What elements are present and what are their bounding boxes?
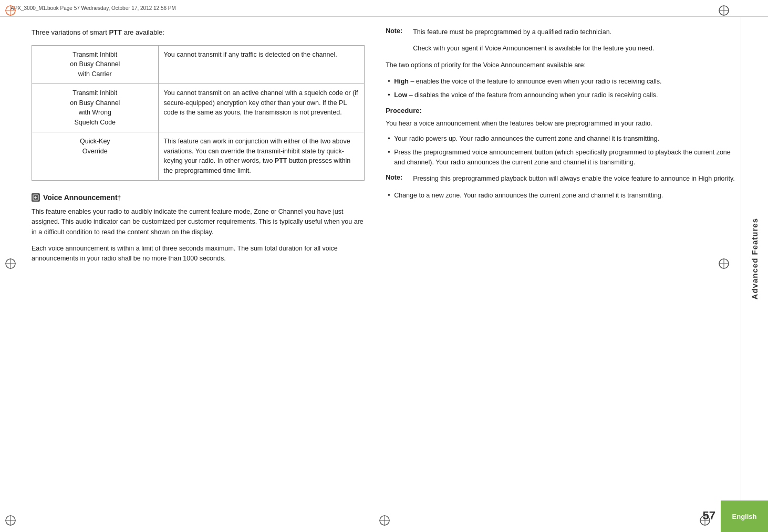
row-header-3: Quick-KeyOverride [32,132,159,180]
table-row-2: Transmit Inhibiton Busy Channelwith Wron… [32,84,365,132]
note1-second-para: Check with your agent if Voice Announcem… [413,44,736,54]
note-block-1: Note: This feature must be preprogrammed… [386,27,736,37]
procedure-intro: You hear a voice announcement when the f… [386,119,736,129]
body-para-2: Each voice announcement is within a limi… [32,244,365,264]
procedure-bullet-2: Press the preprogrammed voice announceme… [386,148,736,168]
row-header-2: Transmit Inhibiton Busy Channelwith Wron… [32,84,159,132]
row-desc-2: You cannot transmit on an active channel… [158,84,365,132]
footer-english: English [721,500,768,532]
voice-announcement-heading: Voice Announcement† [32,193,365,202]
section-heading-text: Voice Announcement† [43,193,121,202]
note-block-2: Note: Pressing this preprogrammed playba… [386,174,736,184]
intro-text: Three variations of smart PTT are availa… [32,27,365,38]
reg-mark-top-left [4,4,17,17]
row-desc-1: You cannot transmit if any traffic is de… [158,45,365,84]
feature-table: Transmit Inhibiton Busy Channelwith Carr… [32,45,365,181]
procedure-bullet-3: Change to a new zone. Your radio announc… [386,191,736,201]
sidebar-advanced-features: Advanced Features [741,17,768,500]
table-row-1: Transmit Inhibiton Busy Channelwith Carr… [32,45,365,84]
main-content: Three variations of smart PTT are availa… [32,17,736,500]
note1-content: This feature must be preprogrammed by a … [413,27,611,37]
procedure-list-1: Your radio powers up. Your radio announc… [386,134,736,168]
procedure-heading: Procedure: [386,107,736,114]
priority-list: High – enables the voice of the feature … [386,77,736,100]
priority-intro: The two options of priority for the Voic… [386,60,736,70]
procedure-bullet-1: Your radio powers up. Your radio announc… [386,134,736,144]
note1-line1: This feature must be preprogrammed by a … [413,27,611,37]
reg-mark-bottom-left [4,514,17,527]
note1-label: Note: [386,27,409,37]
section-icon [32,193,40,202]
header-text: APX_3000_M1.book Page 57 Wednesday, Octo… [11,5,176,11]
reg-mark-left-mid [4,257,17,270]
header-bar: APX_3000_M1.book Page 57 Wednesday, Octo… [0,0,768,17]
note2-label: Note: [386,174,409,184]
row-header-1: Transmit Inhibiton Busy Channelwith Carr… [32,45,159,84]
body-para-1: This feature enables your radio to audib… [32,207,365,237]
left-column: Three variations of smart PTT are availa… [32,17,370,500]
note1-line2: Check with your agent if Voice Announcem… [413,44,736,54]
row-desc-3: This feature can work in conjunction wit… [158,132,365,180]
right-column: Note: This feature must be preprogrammed… [386,17,736,500]
sidebar-label-text: Advanced Features [750,218,759,299]
footer-language-label: English [732,513,757,520]
reg-mark-bottom-center [378,514,391,527]
table-row-3: Quick-KeyOverride This feature can work … [32,132,365,180]
bullet-low: Low – disables the voice of the feature … [386,90,736,100]
reg-mark-top-right [718,4,730,17]
bullet-high: High – enables the voice of the feature … [386,77,736,87]
procedure-list-2: Change to a new zone. Your radio announc… [386,191,736,201]
note2-text: Pressing this preprogrammed playback but… [413,174,735,184]
note2-content: Pressing this preprogrammed playback but… [413,174,735,184]
page-container: APX_3000_M1.book Page 57 Wednesday, Octo… [0,0,768,532]
page-number: 57 [703,509,715,523]
